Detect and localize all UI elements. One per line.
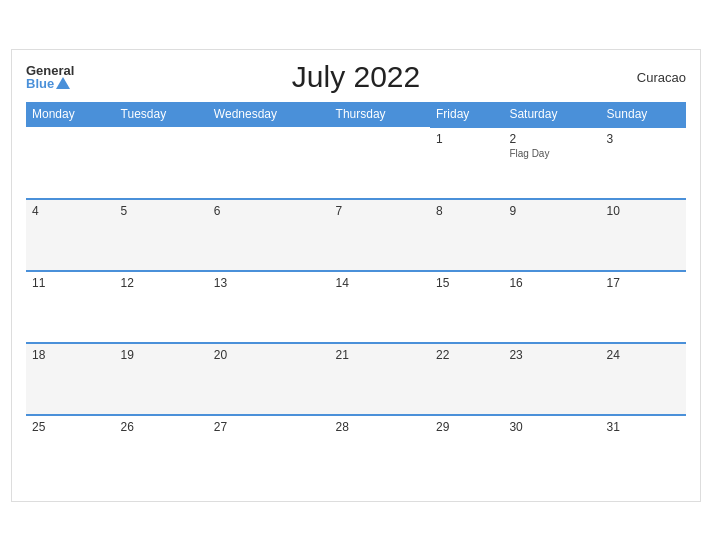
calendar-cell: 16	[503, 271, 600, 343]
calendar-cell: 4	[26, 199, 115, 271]
day-number: 9	[509, 204, 594, 218]
calendar-cell: 20	[208, 343, 330, 415]
calendar-cell: 19	[115, 343, 208, 415]
calendar-cell: 22	[430, 343, 503, 415]
day-number: 16	[509, 276, 594, 290]
calendar-cell: 29	[430, 415, 503, 487]
calendar-cell: 9	[503, 199, 600, 271]
calendar-cell	[208, 127, 330, 199]
calendar-cell: 6	[208, 199, 330, 271]
day-header-thursday: Thursday	[330, 102, 430, 127]
calendar-cell	[330, 127, 430, 199]
calendar-cell: 18	[26, 343, 115, 415]
day-header-tuesday: Tuesday	[115, 102, 208, 127]
day-number: 26	[121, 420, 202, 434]
calendar-cell: 10	[601, 199, 686, 271]
day-number: 3	[607, 132, 680, 146]
day-number: 15	[436, 276, 497, 290]
day-number: 17	[607, 276, 680, 290]
calendar-cell: 1	[430, 127, 503, 199]
day-number: 23	[509, 348, 594, 362]
calendar-cell: 11	[26, 271, 115, 343]
calendar-cell: 26	[115, 415, 208, 487]
day-number: 1	[436, 132, 497, 146]
day-number: 27	[214, 420, 324, 434]
day-number: 28	[336, 420, 424, 434]
calendar-cell: 24	[601, 343, 686, 415]
day-number: 11	[32, 276, 109, 290]
calendar-grid: MondayTuesdayWednesdayThursdayFridaySatu…	[26, 102, 686, 487]
calendar-cell: 8	[430, 199, 503, 271]
week-row-5: 25262728293031	[26, 415, 686, 487]
day-number: 4	[32, 204, 109, 218]
day-number: 6	[214, 204, 324, 218]
event-label: Flag Day	[509, 148, 594, 159]
day-header-friday: Friday	[430, 102, 503, 127]
day-number: 18	[32, 348, 109, 362]
day-number: 19	[121, 348, 202, 362]
calendar-cell: 14	[330, 271, 430, 343]
day-header-saturday: Saturday	[503, 102, 600, 127]
day-number: 10	[607, 204, 680, 218]
day-number: 24	[607, 348, 680, 362]
calendar-cell: 17	[601, 271, 686, 343]
calendar-header: General Blue July 2022 Curacao	[26, 60, 686, 94]
calendar-cell	[115, 127, 208, 199]
day-number: 20	[214, 348, 324, 362]
calendar-cell	[26, 127, 115, 199]
day-number: 21	[336, 348, 424, 362]
logo: General Blue	[26, 64, 74, 90]
week-row-4: 18192021222324	[26, 343, 686, 415]
day-number: 29	[436, 420, 497, 434]
day-number: 2	[509, 132, 594, 146]
calendar-cell: 23	[503, 343, 600, 415]
calendar-cell: 3	[601, 127, 686, 199]
calendar-cell: 12	[115, 271, 208, 343]
logo-blue-text: Blue	[26, 77, 70, 90]
day-number: 13	[214, 276, 324, 290]
month-year-title: July 2022	[292, 60, 420, 94]
day-number: 30	[509, 420, 594, 434]
day-number: 22	[436, 348, 497, 362]
calendar-cell: 28	[330, 415, 430, 487]
logo-triangle-icon	[56, 77, 70, 89]
calendar-container: General Blue July 2022 Curacao MondayTue…	[11, 49, 701, 502]
country-label: Curacao	[637, 69, 686, 84]
day-header-sunday: Sunday	[601, 102, 686, 127]
calendar-cell: 2Flag Day	[503, 127, 600, 199]
calendar-cell: 15	[430, 271, 503, 343]
day-number: 5	[121, 204, 202, 218]
day-number: 7	[336, 204, 424, 218]
calendar-cell: 30	[503, 415, 600, 487]
calendar-cell: 25	[26, 415, 115, 487]
calendar-cell: 31	[601, 415, 686, 487]
day-header-monday: Monday	[26, 102, 115, 127]
calendar-cell: 7	[330, 199, 430, 271]
day-number: 14	[336, 276, 424, 290]
calendar-cell: 13	[208, 271, 330, 343]
day-number: 25	[32, 420, 109, 434]
day-header-wednesday: Wednesday	[208, 102, 330, 127]
calendar-cell: 5	[115, 199, 208, 271]
calendar-cell: 27	[208, 415, 330, 487]
day-number: 31	[607, 420, 680, 434]
week-row-1: 12Flag Day3	[26, 127, 686, 199]
days-header-row: MondayTuesdayWednesdayThursdayFridaySatu…	[26, 102, 686, 127]
week-row-2: 45678910	[26, 199, 686, 271]
day-number: 8	[436, 204, 497, 218]
week-row-3: 11121314151617	[26, 271, 686, 343]
calendar-cell: 21	[330, 343, 430, 415]
day-number: 12	[121, 276, 202, 290]
